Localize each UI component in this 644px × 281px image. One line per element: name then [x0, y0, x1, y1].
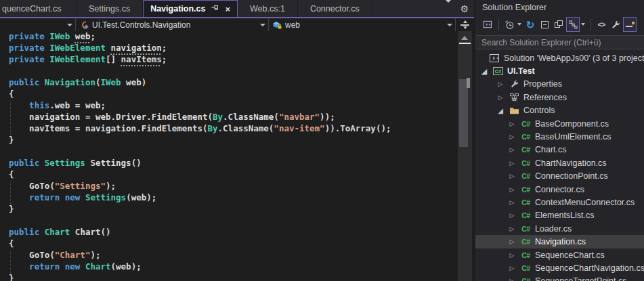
csfile-icon: C# [520, 133, 532, 141]
chevron-down-icon[interactable] [581, 23, 585, 26]
split-editor-handle[interactable] [456, 18, 474, 31]
chevron-collapsed-icon[interactable]: ▷ [507, 199, 517, 206]
csfile-icon: C# [520, 146, 532, 154]
search-input[interactable] [475, 35, 644, 49]
show-all-files-icon[interactable] [552, 17, 565, 32]
tree-item-label: Properties [523, 79, 562, 89]
chevron-collapsed-icon[interactable]: ▷ [507, 173, 517, 179]
chevron-expanded-icon[interactable]: ◢ [496, 107, 505, 114]
code-line: return new Settings(web); [9, 192, 391, 203]
tree-item[interactable]: ▷C#Chart.cs [475, 144, 644, 156]
toolbar-separator [591, 19, 591, 30]
open-files-list-icon[interactable] [445, 3, 453, 15]
preview-selected-items-icon[interactable] [623, 17, 637, 32]
tree-item[interactable]: ▷C#Loader.cs [475, 222, 644, 235]
code-line: public Chart Chart() [9, 226, 391, 238]
sync-with-active-document-icon[interactable] [566, 17, 580, 32]
type-dropdown[interactable]: UI.Test.Controls.Navigation [76, 18, 269, 31]
chevron-collapsed-icon[interactable]: ▷ [496, 81, 505, 87]
chevron-down-icon[interactable] [517, 23, 521, 26]
chevron-collapsed-icon[interactable]: ▷ [507, 265, 517, 272]
tree-item-label: SequenceChartNavigation.cs [535, 263, 644, 273]
visual-studio-window: quenceChart.csSettings.csNavigation.cs×W… [0, 0, 644, 281]
code-line: { [9, 238, 391, 249]
document-tab[interactable]: quenceChart.cs [0, 0, 77, 17]
tree-item[interactable]: ▷C#ElementsList.cs [475, 209, 644, 222]
code-line: public Navigation(IWeb web) [9, 77, 391, 88]
tree-item[interactable]: ▷C#ContextMenuConnector.cs [475, 196, 644, 209]
tree-item[interactable]: ▷C#ChartNavigation.cs [475, 156, 644, 169]
document-tab[interactable]: Connector.cs [298, 0, 372, 17]
chevron-collapsed-icon[interactable]: ▷ [507, 278, 517, 281]
tree-item[interactable]: ▷C#SequenceChart.cs [475, 248, 644, 261]
switch-views-icon[interactable] [481, 17, 494, 32]
tree-item[interactable]: ▷C#Navigation.cs [475, 235, 644, 248]
code-line: } [9, 203, 391, 215]
chevron-collapsed-icon[interactable]: ▷ [507, 252, 517, 259]
references-icon [509, 93, 520, 102]
gear-icon[interactable]: ⚙ [460, 3, 469, 14]
code-editor[interactable]: private IWeb web;private IWebElement nav… [0, 31, 474, 281]
tree-item-label: ContextMenuConnector.cs [535, 198, 635, 207]
csfile-icon: C# [520, 225, 532, 233]
chevron-collapsed-icon[interactable]: ▷ [496, 94, 505, 101]
chevron-collapsed-icon[interactable]: ▷ [507, 160, 517, 167]
code-line: public Settings Settings() [9, 157, 391, 169]
code-line: this.web = web; [9, 100, 391, 111]
tree-item[interactable]: ▷C#ConnectionPoint.cs [475, 170, 644, 183]
chevron-collapsed-icon[interactable]: ▷ [507, 225, 517, 232]
tree-item[interactable]: ▷C#Connector.cs [475, 183, 644, 196]
chevron-collapsed-icon[interactable]: ▷ [507, 133, 517, 140]
view-code-icon[interactable]: <> [595, 17, 608, 32]
tree-item[interactable]: ▷References [475, 91, 644, 104]
chevron-expanded-icon[interactable]: ◢ [479, 68, 489, 75]
close-tab-icon[interactable]: × [225, 5, 230, 14]
tree-item-label: Navigation.cs [535, 237, 586, 246]
tree-item-label: Solution 'WebAppJs00' (3 of 3 projects) [504, 53, 644, 63]
indent-guide [10, 251, 11, 273]
collapse-all-icon[interactable] [538, 17, 551, 32]
scrollbar-thumb[interactable] [459, 79, 468, 147]
tree-item[interactable]: ▷C#BaseComponent.cs [475, 117, 644, 130]
scroll-up-arrow-icon[interactable] [461, 36, 468, 40]
tree-item[interactable]: ▷C#BaseUmlElement.cs [475, 130, 644, 143]
tree-item-label: Connector.cs [535, 185, 584, 194]
csfile-icon: C# [520, 159, 532, 167]
chevron-collapsed-icon[interactable]: ▷ [507, 212, 517, 219]
document-tab[interactable]: Settings.cs [77, 0, 143, 17]
csproj-icon: C# [492, 67, 504, 75]
document-tab[interactable]: Web.cs:1 [238, 0, 298, 17]
member-dropdown-label: web [285, 20, 300, 30]
tree-item-label: Chart.cs [535, 145, 567, 154]
tree-item-label: References [523, 93, 567, 102]
csfile-icon: C# [520, 120, 532, 128]
pending-changes-filter-icon[interactable] [502, 17, 516, 32]
tree-item-label: BaseUmlElement.cs [535, 132, 611, 142]
chevron-down-icon [67, 24, 72, 26]
solution-explorer-toolbar: ↻ <> [475, 15, 644, 34]
refresh-icon[interactable]: ↻ [523, 17, 537, 32]
type-dropdown-label: UI.Test.Controls.Navigation [92, 20, 190, 30]
tree-item[interactable]: ▷Properties [475, 78, 644, 91]
tree-item[interactable]: ▷C#SequenceChartNavigation.cs [475, 261, 644, 274]
toolbar-separator [498, 19, 499, 30]
properties-wrench-icon[interactable] [609, 17, 622, 32]
tree-item[interactable]: ◢Controls [475, 104, 644, 117]
editor-vertical-scrollbar[interactable] [458, 31, 472, 281]
tree-item[interactable]: Solution 'WebAppJs00' (3 of 3 projects) [475, 51, 644, 64]
chevron-collapsed-icon[interactable]: ▷ [507, 146, 517, 153]
code-line: private IWebElement navigation; [9, 42, 391, 53]
code-line: } [9, 134, 391, 146]
document-tab[interactable]: Navigation.cs× [143, 0, 238, 17]
tree-item[interactable]: ◢C#UI.Test [475, 64, 644, 77]
pin-icon[interactable] [211, 3, 219, 14]
member-dropdown[interactable]: web [269, 18, 456, 31]
tree-item[interactable]: ▷C#SequenceTargetPoint.cs [475, 275, 644, 281]
code-line: { [9, 169, 391, 180]
code-navigation-bar: UI.Test.Controls.Navigation web [0, 18, 474, 31]
chevron-down-icon [260, 24, 265, 26]
chevron-collapsed-icon[interactable]: ▷ [507, 121, 517, 127]
chevron-collapsed-icon[interactable]: ▷ [507, 186, 517, 193]
chevron-collapsed-icon[interactable]: ▷ [507, 238, 517, 245]
project-dropdown[interactable] [0, 18, 76, 31]
